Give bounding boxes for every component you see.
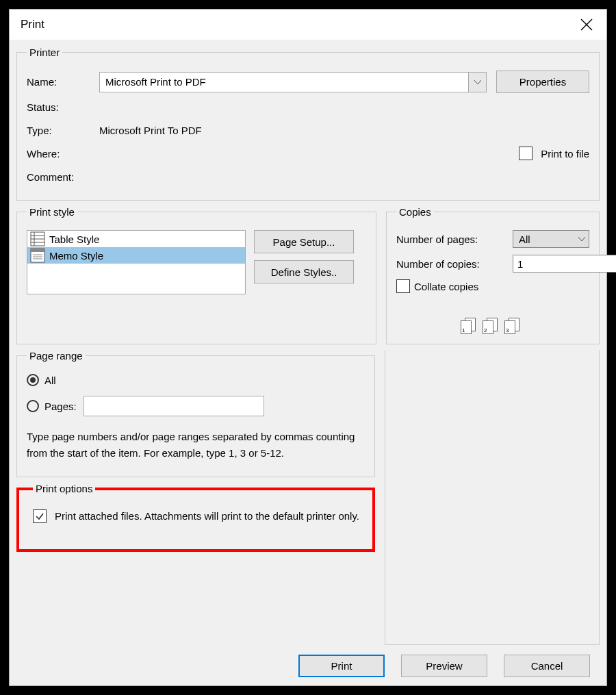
style-item-table[interactable]: Table Style — [27, 231, 245, 247]
collate-copies-label: Collate copies — [414, 281, 478, 292]
name-label: Name: — [27, 76, 99, 88]
action-row: Print Preview Cancel — [16, 645, 600, 681]
printer-dropdown-button[interactable] — [468, 73, 486, 92]
collate-copies-checkbox[interactable] — [396, 279, 410, 293]
copies-fieldset-extension — [385, 350, 600, 645]
printer-name-value: Microsoft Print to PDF — [100, 76, 468, 88]
page-range-hint: Type page numbers and/or page ranges sep… — [27, 426, 365, 464]
dialog-body: Printer Name: Microsoft Print to PDF Pro… — [10, 40, 606, 685]
style-item-label: Table Style — [49, 233, 99, 245]
printer-name-select[interactable]: Microsoft Print to PDF — [99, 72, 487, 92]
num-pages-label: Number of pages: — [396, 233, 513, 245]
copies-fieldset: Copies Number of pages: All Number of co… — [386, 206, 600, 344]
print-to-file-checkbox[interactable] — [519, 147, 532, 160]
num-copies-input[interactable] — [513, 255, 616, 273]
collate-illustration: 1 1 2 2 3 3 — [396, 318, 589, 334]
type-value: Microsoft Print To PDF — [99, 125, 202, 136]
print-style-fieldset: Print style Table Style Memo Style P — [16, 206, 376, 344]
define-styles-button[interactable]: Define Styles.. — [254, 260, 354, 283]
page-range-pages-label: Pages: — [44, 401, 77, 412]
page-range-pages-input[interactable] — [84, 396, 264, 416]
chevron-down-icon[interactable] — [575, 237, 589, 241]
num-pages-select[interactable]: All — [513, 230, 589, 248]
print-to-file-label: Print to file — [541, 148, 589, 160]
style-item-label: Memo Style — [49, 250, 103, 262]
style-item-memo[interactable]: Memo Style — [27, 247, 245, 264]
print-attached-files-checkbox[interactable] — [33, 509, 47, 523]
print-style-list[interactable]: Table Style Memo Style — [27, 230, 246, 294]
print-dialog: Print Printer Name: Microsoft Print to P… — [9, 9, 607, 686]
page-range-all-radio[interactable] — [27, 374, 39, 386]
titlebar: Print — [10, 10, 606, 40]
printer-fieldset: Printer Name: Microsoft Print to PDF Pro… — [16, 47, 600, 201]
print-button[interactable]: Print — [298, 655, 385, 677]
page-range-pages-radio[interactable] — [27, 400, 39, 412]
print-options-legend: Print options — [33, 483, 95, 494]
preview-button[interactable]: Preview — [401, 655, 487, 677]
svg-rect-8 — [31, 249, 44, 252]
num-pages-value: All — [513, 233, 575, 245]
print-attached-files-label: Print attached files. Attachments will p… — [55, 508, 359, 525]
dialog-title: Print — [21, 18, 44, 31]
type-label: Type: — [27, 125, 99, 136]
print-style-legend: Print style — [27, 206, 77, 218]
properties-button[interactable]: Properties — [496, 71, 589, 93]
page-setup-button[interactable]: Page Setup... — [254, 230, 354, 253]
num-copies-label: Number of copies: — [396, 258, 513, 270]
num-copies-spinner[interactable] — [513, 255, 589, 273]
print-options-fieldset: Print options Print attached files. Atta… — [16, 483, 375, 552]
close-button[interactable] — [576, 16, 597, 34]
status-label: Status: — [27, 101, 99, 113]
page-range-fieldset: Page range All Pages: Type page numbers … — [16, 350, 375, 477]
printer-legend: Printer — [27, 47, 62, 58]
where-label: Where: — [27, 148, 99, 160]
copies-legend: Copies — [396, 206, 434, 218]
cancel-button[interactable]: Cancel — [504, 655, 590, 677]
comment-label: Comment: — [27, 171, 99, 183]
page-range-all-label: All — [44, 375, 56, 386]
page-range-legend: Page range — [27, 350, 86, 362]
